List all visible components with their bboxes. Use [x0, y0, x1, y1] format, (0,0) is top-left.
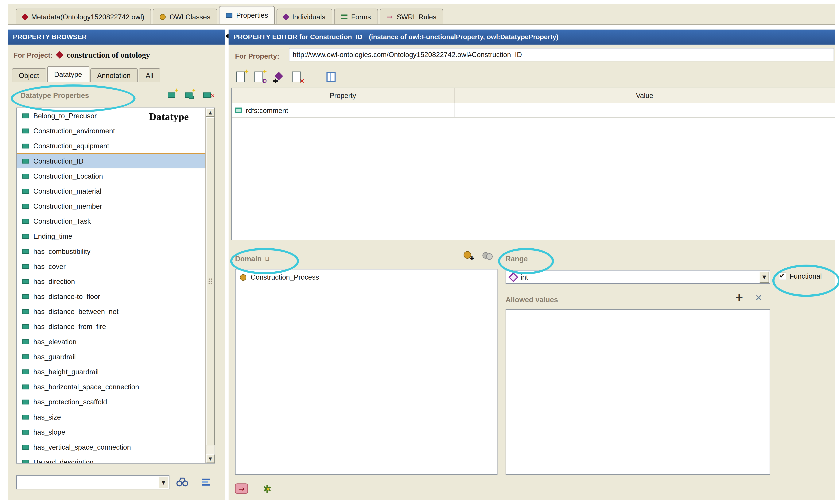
- purple-diamond-icon: [283, 13, 289, 20]
- create-annotation-property-icon[interactable]: ✦: [235, 70, 249, 85]
- tab-forms[interactable]: Forms: [334, 8, 378, 24]
- delete-allowed-value-icon[interactable]: ✕: [755, 292, 762, 303]
- property-editor-title: PROPERTY EDITOR for Construction_ID: [233, 33, 362, 41]
- range-dropdown-button[interactable]: ▼: [760, 271, 769, 283]
- navigate-arrow-icon[interactable]: →: [235, 484, 248, 494]
- property-uri-field[interactable]: http://www.owl-ontologies.com/Ontology15…: [289, 48, 834, 61]
- range-dropdown[interactable]: int ▼: [505, 270, 770, 284]
- delete-x-glyph: ✕: [300, 77, 305, 85]
- property-item[interactable]: Ending_time: [17, 229, 206, 244]
- new-star-glyph: ✦: [191, 87, 196, 94]
- add-domain-class-icon[interactable]: ✚: [464, 251, 473, 260]
- property-item[interactable]: Construction_Location: [17, 168, 206, 183]
- property-item-label: Construction_Location: [33, 172, 103, 180]
- main-tab-bar: Metadata(Ontology1520822742.owl)OWLClass…: [8, 4, 835, 25]
- property-item-label: has_slope: [33, 428, 65, 436]
- property-item[interactable]: Construction_equipment: [17, 138, 206, 153]
- create-datatype-annotation-icon[interactable]: ✦ D: [253, 70, 267, 85]
- property-item[interactable]: has_horizontal_space_connection: [17, 379, 206, 394]
- tab-individuals[interactable]: Individuals: [277, 8, 332, 24]
- property-item[interactable]: has_vertical_space_connection: [17, 439, 206, 454]
- delete-annotation-icon[interactable]: ✕: [291, 70, 305, 85]
- table-row[interactable]: rdfs:comment: [232, 103, 835, 118]
- create-subproperty-icon[interactable]: ✦: [185, 89, 196, 100]
- for-project-label: For Project:: [14, 51, 53, 59]
- property-item-label: Construction_material: [33, 187, 101, 195]
- tab-metadata-ontology1520822742-owl[interactable]: Metadata(Ontology1520822742.owl): [16, 8, 151, 24]
- plus-glyph: ✚: [469, 255, 475, 262]
- pink-arrow-icon: →: [387, 14, 393, 19]
- tab-label: Individuals: [292, 13, 325, 20]
- find-binoculars-icon[interactable]: [176, 477, 189, 489]
- tab-label: Forms: [351, 13, 371, 20]
- class-icon: [240, 274, 246, 281]
- functional-checkbox-group[interactable]: ✔ Functional: [779, 272, 822, 280]
- browser-tab-datatype[interactable]: Datatype: [47, 66, 89, 82]
- scroll-down-arrow[interactable]: ▼: [206, 454, 215, 463]
- search-dropdown-button[interactable]: ▼: [159, 476, 168, 488]
- datatype-property-icon: [22, 429, 29, 434]
- property-item[interactable]: has_size: [17, 409, 206, 424]
- tab-swrl-rules[interactable]: →SWRL Rules: [379, 8, 443, 24]
- property-item[interactable]: Construction_member: [17, 198, 206, 213]
- new-star-glyph: ✦: [244, 68, 249, 75]
- property-item-label: has_cover: [33, 262, 66, 270]
- property-item-label: has_combustibility: [33, 247, 90, 255]
- property-item[interactable]: Hazard_description: [17, 454, 206, 464]
- property-item[interactable]: has_distance_between_net: [17, 304, 206, 319]
- property-item[interactable]: has_elevation: [17, 334, 206, 349]
- display-options-icon[interactable]: [202, 479, 210, 486]
- remove-domain-class-icon[interactable]: [482, 252, 493, 260]
- int-datatype-icon: [508, 272, 518, 282]
- browser-tab-all[interactable]: All: [139, 68, 160, 82]
- property-item[interactable]: has_distance_from_fire: [17, 319, 206, 334]
- column-header-value[interactable]: Value: [454, 88, 835, 103]
- property-item[interactable]: Construction_Task: [17, 214, 206, 229]
- row-property-value: [454, 103, 835, 118]
- column-header-property[interactable]: Property: [232, 88, 454, 103]
- edit-columns-icon[interactable]: [325, 70, 339, 85]
- property-item[interactable]: has_direction: [17, 274, 206, 289]
- datatype-property-icon: [22, 324, 29, 329]
- property-item[interactable]: has_slope: [17, 424, 206, 439]
- property-item-label: has_distance_from_fire: [33, 322, 106, 330]
- scroll-up-arrow[interactable]: ▲: [206, 108, 215, 116]
- subproperty-glyph: [189, 96, 193, 99]
- datatype-property-icon: [22, 309, 29, 313]
- table-glyph: [326, 72, 336, 82]
- create-property-icon[interactable]: ✦: [168, 89, 179, 100]
- datatype-property-icon: [22, 218, 29, 223]
- document-glyph: [236, 72, 245, 82]
- search-combobox[interactable]: ▼: [16, 475, 169, 489]
- property-item[interactable]: has_protection_scaffold: [17, 394, 206, 409]
- datatype-property-list: Belong_to_PrecusorConstruction_environme…: [16, 108, 215, 464]
- search-input[interactable]: [18, 477, 159, 489]
- row-property-name: rdfs:comment: [246, 106, 288, 114]
- property-item[interactable]: has_height_guardrail: [17, 364, 206, 379]
- property-item[interactable]: has_guardrail: [17, 349, 206, 364]
- tab-owlclasses[interactable]: OWLClasses: [153, 8, 217, 24]
- delete-property-icon[interactable]: ✕: [203, 89, 214, 100]
- property-item[interactable]: Construction_material: [17, 183, 206, 198]
- tab-properties[interactable]: Properties: [219, 6, 275, 24]
- domain-item[interactable]: Construction_Process: [235, 270, 497, 281]
- property-item-label: has_guardrail: [33, 353, 76, 360]
- yellow-circle-icon: [160, 14, 166, 20]
- property-item[interactable]: has_combustibility: [17, 244, 206, 259]
- browser-tab-object[interactable]: Object: [12, 68, 46, 82]
- browser-tab-annotation[interactable]: Annotation: [90, 68, 138, 82]
- property-item[interactable]: Construction_environment: [17, 123, 206, 138]
- functional-checkbox[interactable]: ✔: [779, 272, 786, 280]
- list-scrollbar[interactable]: ▲ ▼: [206, 108, 215, 463]
- tab-label: Metadata(Ontology1520822742.owl): [31, 13, 144, 20]
- domain-label: Domain: [235, 255, 262, 263]
- options-gear-icon[interactable]: ✱: [263, 482, 272, 495]
- datatype-property-icon: [22, 414, 29, 419]
- scroll-thumb[interactable]: [206, 117, 215, 445]
- property-item[interactable]: Construction_ID: [17, 153, 206, 168]
- property-item[interactable]: has_cover: [17, 259, 206, 274]
- add-existing-property-icon[interactable]: ✚: [273, 70, 287, 85]
- panel-splitter[interactable]: [225, 30, 226, 500]
- property-item[interactable]: has_distance-to_floor: [17, 289, 206, 304]
- add-allowed-value-icon[interactable]: ✚: [736, 292, 743, 303]
